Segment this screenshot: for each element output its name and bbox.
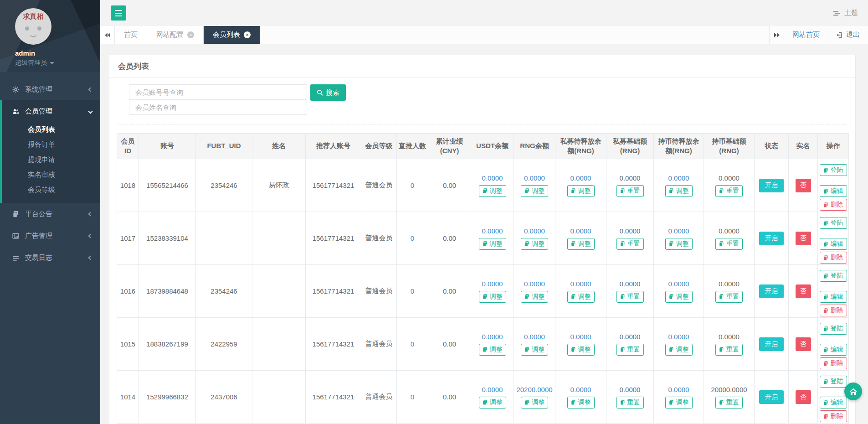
balance-value[interactable]: 0.0000 — [556, 174, 605, 182]
adjust-hold-pending-button[interactable]: 调整 — [665, 291, 693, 303]
back-to-home-floating-button[interactable] — [844, 383, 862, 400]
reset-private-base-button[interactable]: 重置 — [616, 397, 644, 408]
adjust-hold-pending-button[interactable]: 调整 — [665, 185, 693, 197]
reset-hold-base-button[interactable]: 重置 — [715, 397, 743, 408]
balance-value[interactable]: 0.0000 — [556, 280, 605, 288]
close-tab-icon[interactable]: × — [187, 31, 194, 38]
adjust-private-pending-button[interactable]: 调整 — [567, 291, 595, 303]
delete-button[interactable]: 删除 — [820, 410, 847, 422]
delete-button[interactable]: 删除 — [820, 357, 847, 369]
adjust-rng-button[interactable]: 调整 — [521, 291, 548, 303]
realname-button[interactable]: 否 — [796, 232, 811, 245]
balance-value[interactable]: 0.0000 — [515, 333, 554, 341]
adjust-usdt-button[interactable]: 调整 — [479, 397, 506, 408]
sidebar-item-report-orders[interactable]: 报备订单 — [2, 137, 100, 152]
sidebar-item-withdraw-requests[interactable]: 提现申请 — [2, 152, 100, 167]
balance-value[interactable]: 0.0000 — [655, 227, 703, 235]
site-home-link[interactable]: 网站首页 — [784, 26, 828, 44]
adjust-rng-button[interactable]: 调整 — [521, 238, 548, 250]
balance-value[interactable]: 0.0000 — [472, 333, 513, 341]
adjust-usdt-button[interactable]: 调整 — [479, 238, 506, 250]
adjust-private-pending-button[interactable]: 调整 — [567, 185, 595, 197]
reset-private-base-button[interactable]: 重置 — [616, 238, 644, 250]
balance-value[interactable]: 20200.0000 — [515, 386, 554, 393]
status-button[interactable]: 开启 — [759, 337, 784, 351]
edit-button[interactable]: 编辑 — [820, 238, 847, 250]
logout-button[interactable]: 退出 — [828, 26, 868, 44]
balance-value[interactable]: 0.0000 — [472, 174, 513, 182]
realname-button[interactable]: 否 — [796, 337, 811, 351]
tabs-scroll-right-button[interactable] — [769, 26, 784, 44]
reset-private-base-button[interactable]: 重置 — [616, 344, 644, 356]
balance-value[interactable]: 0.0000 — [556, 333, 605, 341]
search-account-input[interactable] — [129, 84, 307, 100]
adjust-hold-pending-button[interactable]: 调整 — [665, 344, 693, 356]
search-name-input[interactable] — [129, 99, 307, 115]
tabs-scroll-left-button[interactable] — [100, 26, 115, 44]
balance-value[interactable]: 0.0000 — [655, 333, 703, 341]
realname-button[interactable]: 否 — [796, 179, 811, 192]
reset-hold-base-button[interactable]: 重置 — [715, 344, 743, 356]
tab-site-config[interactable]: 网站配置 × — [147, 26, 204, 44]
edit-button[interactable]: 编辑 — [820, 397, 847, 408]
reset-private-base-button[interactable]: 重置 — [616, 185, 644, 197]
sidebar-item-member-levels[interactable]: 会员等级 — [2, 182, 100, 197]
adjust-private-pending-button[interactable]: 调整 — [567, 397, 595, 408]
balance-value[interactable]: 0.0000 — [515, 174, 554, 182]
login-as-button[interactable]: 登陆 — [820, 376, 847, 388]
adjust-hold-pending-button[interactable]: 调整 — [665, 238, 693, 250]
balance-value[interactable]: 0.0000 — [472, 386, 513, 393]
adjust-rng-button[interactable]: 调整 — [521, 344, 548, 356]
direct-count-link[interactable]: 0 — [411, 393, 414, 401]
direct-count-link[interactable]: 0 — [411, 181, 414, 189]
balance-value[interactable]: 0.0000 — [655, 280, 703, 288]
close-tab-icon[interactable]: × — [244, 31, 251, 38]
delete-button[interactable]: 删除 — [820, 305, 847, 316]
reset-hold-base-button[interactable]: 重置 — [715, 185, 743, 197]
adjust-rng-button[interactable]: 调整 — [521, 185, 548, 197]
realname-button[interactable]: 否 — [796, 284, 811, 298]
balance-value[interactable]: 0.0000 — [515, 227, 554, 235]
adjust-usdt-button[interactable]: 调整 — [479, 185, 506, 197]
delete-button[interactable]: 删除 — [820, 199, 847, 211]
reset-hold-base-button[interactable]: 重置 — [715, 238, 743, 250]
status-button[interactable]: 开启 — [759, 390, 784, 404]
edit-button[interactable]: 编辑 — [820, 185, 847, 197]
login-as-button[interactable]: 登陆 — [820, 164, 847, 176]
delete-button[interactable]: 删除 — [820, 252, 847, 264]
direct-count-link[interactable]: 0 — [411, 340, 414, 348]
reset-hold-base-button[interactable]: 重置 — [715, 291, 743, 303]
tab-member-list[interactable]: 会员列表 × — [204, 26, 260, 44]
direct-count-link[interactable]: 0 — [411, 287, 414, 295]
adjust-hold-pending-button[interactable]: 调整 — [665, 397, 693, 408]
edit-button[interactable]: 编辑 — [820, 291, 847, 303]
status-button[interactable]: 开启 — [759, 179, 784, 192]
theme-switcher[interactable]: 主题 — [833, 9, 858, 17]
tab-home[interactable]: 首页 — [115, 26, 147, 44]
status-button[interactable]: 开启 — [759, 232, 784, 245]
login-as-button[interactable]: 登陆 — [820, 323, 847, 335]
adjust-rng-button[interactable]: 调整 — [521, 397, 548, 408]
sidebar-item-ads[interactable]: 广告管理 — [0, 225, 100, 247]
balance-value[interactable]: 0.0000 — [472, 227, 513, 235]
sidebar-item-announcements[interactable]: 平台公告 — [0, 203, 100, 225]
direct-count-link[interactable]: 0 — [411, 234, 414, 242]
adjust-usdt-button[interactable]: 调整 — [479, 344, 506, 356]
sidebar-item-system[interactable]: 系统管理 — [0, 78, 100, 100]
realname-button[interactable]: 否 — [796, 390, 811, 404]
reset-private-base-button[interactable]: 重置 — [616, 291, 644, 303]
avatar[interactable]: 求真相 — [15, 8, 51, 45]
sidebar-item-members[interactable]: 会员管理 — [2, 100, 100, 122]
adjust-private-pending-button[interactable]: 调整 — [567, 238, 595, 250]
balance-value[interactable]: 0.0000 — [515, 280, 554, 288]
balance-value[interactable]: 0.0000 — [556, 227, 605, 235]
adjust-usdt-button[interactable]: 调整 — [479, 291, 506, 303]
balance-value[interactable]: 0.0000 — [655, 174, 703, 182]
sidebar-item-realname-review[interactable]: 实名审核 — [2, 167, 100, 182]
status-button[interactable]: 开启 — [759, 284, 784, 298]
user-role-dropdown[interactable]: 超级管理员 — [15, 59, 100, 67]
edit-button[interactable]: 编辑 — [820, 344, 847, 356]
sidebar-item-member-list[interactable]: 会员列表 — [2, 122, 100, 137]
login-as-button[interactable]: 登陆 — [820, 270, 847, 282]
search-button[interactable]: 搜索 — [310, 84, 346, 101]
